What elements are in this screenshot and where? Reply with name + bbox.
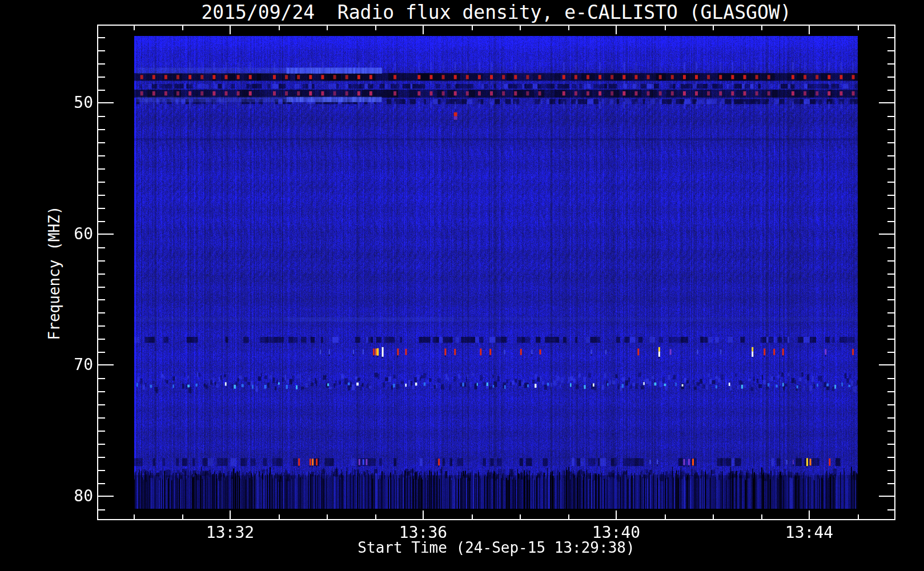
x-axis-label: Start Time (24-Sep-15 13:29:38) [98,539,895,556]
x-axis-minor-tick [134,514,135,520]
y-axis-minor-tick [887,50,895,51]
y-axis-minor-tick [98,142,105,143]
y-axis-minor-tick [887,391,895,392]
y-axis-minor-tick [887,470,895,471]
y-axis-minor-tick [887,457,895,458]
y-axis-minor-tick [887,247,895,248]
y-tick-label: 50 [49,93,93,112]
y-axis-minor-tick [98,247,105,248]
y-axis-minor-tick [887,90,895,91]
y-axis-minor-tick [887,509,895,510]
y-axis-minor-tick [887,483,895,484]
x-axis-minor-tick [568,514,569,520]
y-axis-minor-tick [98,195,105,196]
y-axis-minor-tick [98,325,105,327]
x-axis-major-tick [423,510,424,520]
y-axis-minor-tick [98,339,105,340]
x-axis-minor-tick [134,25,135,30]
y-axis-minor-tick [98,417,105,419]
y-axis-minor-tick [887,155,895,156]
y-axis-minor-tick [98,457,105,458]
y-axis-minor-tick [98,299,105,300]
x-axis-minor-tick [375,514,376,520]
y-axis-minor-tick [887,325,895,327]
y-axis-minor-tick [887,142,895,143]
y-axis-minor-tick [887,260,895,262]
x-axis-minor-tick [520,514,521,520]
y-axis-minor-tick [98,90,105,91]
x-axis-minor-tick [858,514,859,520]
x-axis-minor-tick [761,25,762,30]
x-axis-minor-tick [713,514,714,520]
x-axis-minor-tick [472,514,473,520]
y-axis-minor-tick [887,195,895,196]
y-axis-minor-tick [98,129,105,130]
x-axis-minor-tick [279,25,280,30]
x-axis-major-tick [230,25,231,34]
x-axis-major-tick [809,25,810,34]
y-axis-major-tick [98,234,114,235]
y-axis-minor-tick [98,312,105,313]
y-axis-minor-tick [98,404,105,405]
x-axis-minor-tick [665,514,666,520]
x-axis-minor-tick [665,25,666,30]
y-axis-minor-tick [98,168,105,170]
axis-ticks-layer: 13:3213:3613:4013:4450607080 [0,0,924,571]
y-axis-minor-tick [98,221,105,222]
y-axis-minor-tick [887,116,895,117]
y-axis-minor-tick [98,208,105,209]
x-axis-major-tick [230,510,231,520]
y-axis-minor-tick [98,391,105,392]
x-axis-minor-tick [279,514,280,520]
x-axis-minor-tick [327,514,328,520]
x-axis-minor-tick [472,25,473,30]
y-axis-major-tick [879,496,895,497]
y-axis-minor-tick [98,378,105,379]
y-axis-minor-tick [887,182,895,183]
y-axis-minor-tick [887,431,895,432]
y-axis-minor-tick [98,352,105,353]
x-axis-minor-tick [713,25,714,30]
x-axis-minor-tick [858,25,859,30]
y-axis-minor-tick [98,470,105,471]
y-axis-major-tick [98,102,114,103]
y-axis-minor-tick [98,116,105,117]
y-axis-major-tick [879,102,895,103]
y-axis-major-tick [879,364,895,365]
x-axis-major-tick [616,510,617,520]
y-tick-label: 60 [49,224,93,244]
y-axis-minor-tick [887,63,895,65]
x-axis-minor-tick [327,25,328,30]
y-tick-label: 80 [49,486,93,506]
y-axis-minor-tick [887,274,895,275]
x-axis-minor-tick [375,25,376,30]
y-axis-minor-tick [887,168,895,170]
y-axis-minor-tick [98,483,105,484]
y-axis-minor-tick [98,260,105,262]
y-axis-minor-tick [887,339,895,340]
y-axis-minor-tick [98,509,105,510]
y-axis-minor-tick [887,129,895,130]
y-axis-major-tick [98,496,114,497]
y-axis-minor-tick [887,352,895,353]
x-axis-major-tick [423,25,424,34]
y-axis-minor-tick [887,37,895,38]
x-axis-minor-tick [761,514,762,520]
x-axis-minor-tick [568,25,569,30]
y-axis-minor-tick [887,312,895,313]
y-axis-minor-tick [887,299,895,300]
y-axis-minor-tick [98,274,105,275]
y-axis-minor-tick [98,431,105,432]
y-axis-minor-tick [98,37,105,38]
spectrogram-page: { "chart_data": { "type": "heatmap", "ti… [0,0,924,571]
y-axis-minor-tick [887,378,895,379]
y-axis-minor-tick [887,287,895,288]
x-axis-minor-tick [520,25,521,30]
y-axis-minor-tick [98,287,105,288]
y-axis-major-tick [879,234,895,235]
y-axis-minor-tick [98,50,105,51]
x-axis-minor-tick [182,514,183,520]
y-axis-minor-tick [98,63,105,65]
x-axis-major-tick [809,510,810,520]
x-axis-minor-tick [182,25,183,30]
